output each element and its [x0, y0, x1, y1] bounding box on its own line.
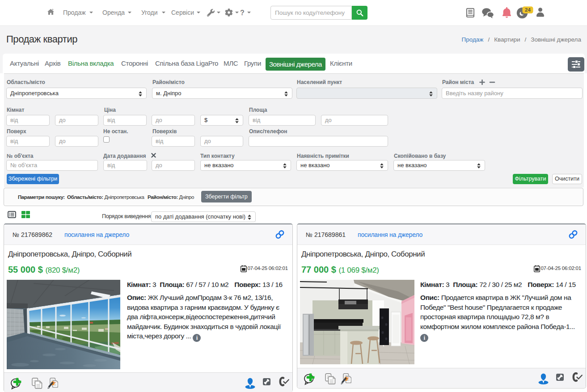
svg-text:24: 24	[525, 7, 531, 13]
